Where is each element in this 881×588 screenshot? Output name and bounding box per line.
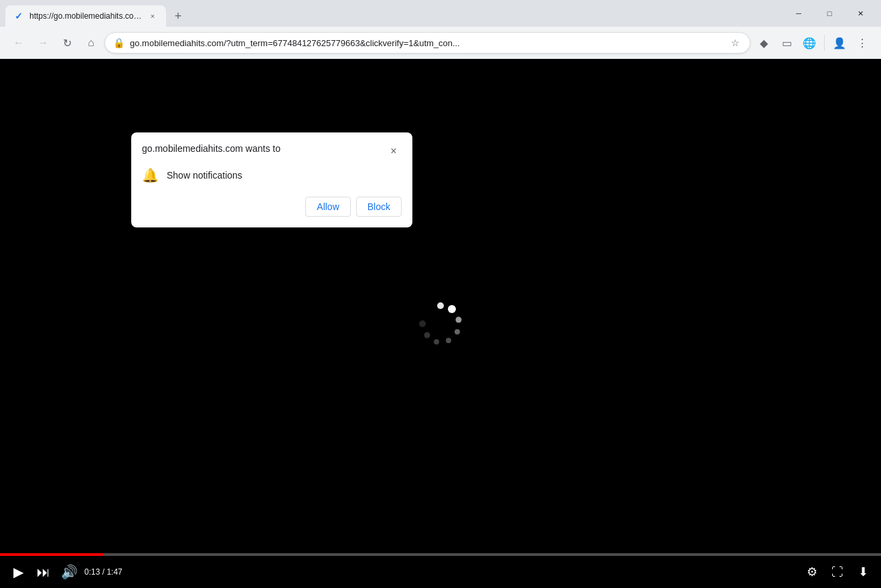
menu-icon[interactable]: ⋮ <box>852 32 873 54</box>
back-button[interactable]: ← <box>8 32 29 54</box>
skip-button[interactable]: ⏭ <box>33 562 54 582</box>
svg-point-1 <box>448 305 456 313</box>
video-controls-bar: ▶ ⏭ 🔊 0:13 / 1:47 ⚙ ⛶ ⬇ <box>0 556 881 588</box>
extensions-icon[interactable]: ◆ <box>753 32 775 54</box>
new-tab-button[interactable]: + <box>169 7 187 25</box>
refresh-button[interactable]: ↻ <box>56 32 78 54</box>
bookmark-icon[interactable]: ☆ <box>728 36 742 50</box>
main-content: go.mobilemediahits.com wants to × 🔔 Show… <box>0 59 881 588</box>
divider <box>824 35 825 51</box>
play-button[interactable]: ▶ <box>8 562 28 582</box>
settings-button[interactable]: ⚙ <box>802 562 822 582</box>
popup-close-button[interactable]: × <box>386 143 402 159</box>
close-button[interactable]: ✕ <box>845 0 876 27</box>
svg-point-2 <box>456 316 462 322</box>
tab-close-button[interactable]: × <box>147 11 158 21</box>
popup-title: go.mobilemediahits.com wants to <box>142 143 281 154</box>
bell-icon: 🔔 <box>142 167 159 183</box>
profile-icon[interactable]: 👤 <box>829 32 850 54</box>
maximize-button[interactable]: □ <box>814 0 845 27</box>
lock-icon: 🔒 <box>113 37 125 48</box>
time-current: 0:13 <box>84 567 100 577</box>
favicon-check-icon: ✓ <box>15 11 23 21</box>
svg-point-4 <box>446 338 451 343</box>
popup-notification-row: 🔔 Show notifications <box>142 167 402 183</box>
address-bar-icons: ☆ <box>728 36 742 50</box>
time-total: 1:47 <box>106 567 122 577</box>
loading-spinner <box>417 300 464 347</box>
svg-point-3 <box>455 329 460 334</box>
download-button[interactable]: ⬇ <box>853 562 873 582</box>
controls-right: ⚙ ⛶ ⬇ <box>802 562 873 582</box>
toolbar-icons: ◆ ▭ 🌐 👤 ⋮ <box>753 32 873 54</box>
tab-bar: ✓ https://go.mobilemediahits.com/ × + <box>0 0 881 27</box>
active-tab[interactable]: ✓ https://go.mobilemediahits.com/ × <box>5 5 166 27</box>
block-button[interactable]: Block <box>356 197 402 217</box>
address-bar-row: ← → ↻ ⌂ 🔒 go.mobilemediahits.com/?utm_te… <box>0 27 881 59</box>
popup-header: go.mobilemediahits.com wants to × <box>142 143 402 159</box>
svg-point-5 <box>434 339 439 345</box>
svg-point-7 <box>419 320 426 327</box>
notification-label: Show notifications <box>167 170 242 181</box>
notification-popup: go.mobilemediahits.com wants to × 🔔 Show… <box>131 132 412 227</box>
tab-title: https://go.mobilemediahits.com/ <box>29 11 142 21</box>
allow-button[interactable]: Allow <box>305 197 350 217</box>
tab-favicon: ✓ <box>13 11 24 21</box>
popup-actions: Allow Block <box>142 197 402 217</box>
window-controls: ─ □ ✕ <box>778 0 881 27</box>
forward-button[interactable]: → <box>32 32 54 54</box>
home-button[interactable]: ⌂ <box>80 32 102 54</box>
time-display: 0:13 / 1:47 <box>84 567 123 577</box>
volume-button[interactable]: 🔊 <box>59 562 79 582</box>
address-bar[interactable]: 🔒 go.mobilemediahits.com/?utm_term=67748… <box>104 32 750 54</box>
fullscreen-button[interactable]: ⛶ <box>827 562 848 582</box>
svg-point-0 <box>437 302 444 309</box>
url-text: go.mobilemediahits.com/?utm_term=6774841… <box>130 38 723 48</box>
cast-icon[interactable]: ▭ <box>776 32 797 54</box>
globe-icon[interactable]: 🌐 <box>799 32 820 54</box>
minimize-button[interactable]: ─ <box>783 0 814 27</box>
svg-point-6 <box>424 332 430 338</box>
